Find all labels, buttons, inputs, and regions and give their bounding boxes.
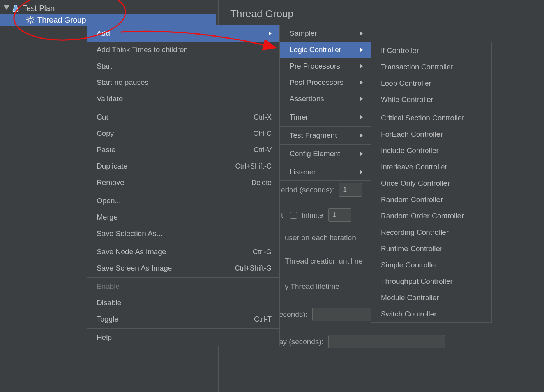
menu-item-paste[interactable]: PasteCtrl-V xyxy=(87,142,279,158)
tree-node-thread-group[interactable]: Thread Group xyxy=(0,14,216,26)
menu-item-label: Start no pauses xyxy=(97,78,148,87)
menu-item-toggle[interactable]: ToggleCtrl-T xyxy=(87,311,279,327)
logic-item-interleave-controller[interactable]: Interleave Controller xyxy=(371,159,491,175)
menu-item-remove[interactable]: RemoveDelete xyxy=(87,174,279,191)
logic-item-simple-controller[interactable]: Simple Controller xyxy=(371,257,491,273)
menu-item-help[interactable]: Help xyxy=(87,329,279,346)
menu-item-label: Test Fragment xyxy=(290,131,337,140)
menu-item-label: Pre Processors xyxy=(290,62,340,70)
chevron-right-icon xyxy=(360,115,363,120)
logic-item-loop-controller[interactable]: Loop Controller xyxy=(371,75,491,91)
add-item-test-fragment[interactable]: Test Fragment xyxy=(280,127,371,144)
logic-controller-submenu: If ControllerTransaction ControllerLoop … xyxy=(371,42,492,323)
menu-separator xyxy=(87,277,279,278)
svg-line-7 xyxy=(32,21,33,23)
menu-item-label: Toggle xyxy=(97,315,118,323)
logic-item-if-controller[interactable]: If Controller xyxy=(371,42,491,59)
menu-item-duplicate[interactable]: DuplicateCtrl+Shift-C xyxy=(87,158,279,174)
delay-thread-label-fragment: Thread creation until ne xyxy=(285,257,363,265)
logic-item-transaction-controller[interactable]: Transaction Controller xyxy=(371,59,491,75)
menu-item-add-think-times-to-children[interactable]: Add Think Times to children xyxy=(87,42,279,58)
chevron-right-icon xyxy=(360,47,363,52)
startup-delay-input[interactable] xyxy=(328,335,445,348)
logic-item-module-controller[interactable]: Module Controller xyxy=(371,290,491,306)
menu-shortcut: Ctrl-T xyxy=(254,315,272,323)
logic-item-random-controller[interactable]: Random Controller xyxy=(371,192,491,208)
menu-item-label: Cut xyxy=(97,113,108,121)
menu-item-label: Throughput Controller xyxy=(381,277,453,286)
ramp-up-label-fragment: eriod (seconds): xyxy=(281,186,334,194)
menu-item-enable: Enable xyxy=(87,278,279,295)
menu-item-add[interactable]: Add xyxy=(87,25,279,42)
add-item-post-processors[interactable]: Post Processors xyxy=(280,74,371,91)
logic-item-throughput-controller[interactable]: Throughput Controller xyxy=(371,273,491,290)
menu-item-validate[interactable]: Validate xyxy=(87,91,279,107)
page-title: Thread Group xyxy=(230,8,532,20)
menu-item-label: Assertions xyxy=(290,95,324,103)
svg-line-6 xyxy=(28,17,29,18)
menu-item-open[interactable]: Open... xyxy=(87,193,279,209)
menu-shortcut: Ctrl-X xyxy=(254,113,272,121)
logic-item-runtime-controller[interactable]: Runtime Controller xyxy=(371,241,491,257)
menu-shortcut: Ctrl-V xyxy=(254,146,272,154)
menu-separator xyxy=(87,108,279,108)
menu-item-label: ForEach Controller xyxy=(381,130,443,139)
menu-item-cut[interactable]: CutCtrl-X xyxy=(87,109,279,125)
menu-item-label: Random Order Controller xyxy=(381,212,464,220)
add-item-logic-controller[interactable]: Logic Controller xyxy=(280,42,371,58)
logic-item-once-only-controller[interactable]: Once Only Controller xyxy=(371,175,491,192)
logic-item-include-controller[interactable]: Include Controller xyxy=(371,142,491,159)
menu-item-label: Help xyxy=(97,333,112,342)
logic-item-critical-section-controller[interactable]: Critical Section Controller xyxy=(371,110,491,126)
add-item-timer[interactable]: Timer xyxy=(280,109,371,125)
logic-item-while-controller[interactable]: While Controller xyxy=(371,91,491,108)
menu-separator xyxy=(87,328,279,329)
add-item-pre-processors[interactable]: Pre Processors xyxy=(280,58,371,74)
menu-item-copy[interactable]: CopyCtrl-C xyxy=(87,125,279,142)
menu-item-start[interactable]: Start xyxy=(87,58,279,74)
logic-item-switch-controller[interactable]: Switch Controller xyxy=(371,306,491,322)
add-item-sampler[interactable]: Sampler xyxy=(280,25,371,42)
collapse-icon[interactable] xyxy=(4,5,9,11)
add-item-assertions[interactable]: Assertions xyxy=(280,91,371,107)
menu-item-label: Interleave Controller xyxy=(381,163,447,171)
menu-item-label: Module Controller xyxy=(381,294,439,302)
menu-item-save-screen-as-image[interactable]: Save Screen As ImageCtrl+Shift-G xyxy=(87,260,279,276)
menu-item-label: Critical Section Controller xyxy=(381,114,464,122)
menu-separator xyxy=(371,109,491,109)
chevron-right-icon xyxy=(360,80,363,85)
svg-point-1 xyxy=(29,18,32,21)
menu-item-save-selection-as[interactable]: Save Selection As... xyxy=(87,225,279,242)
chevron-right-icon xyxy=(360,133,363,138)
beaker-icon xyxy=(12,4,19,12)
menu-item-label: Copy xyxy=(97,129,114,138)
menu-item-label: Add Think Times to children xyxy=(97,46,188,54)
menu-item-label: Paste xyxy=(97,146,116,154)
menu-item-start-no-pauses[interactable]: Start no pauses xyxy=(87,74,279,91)
menu-shortcut: Delete xyxy=(251,179,272,187)
tree-node-test-plan[interactable]: Test Plan xyxy=(0,2,216,14)
menu-item-label: Simple Controller xyxy=(381,261,438,269)
menu-item-label: Transaction Controller xyxy=(381,63,453,71)
ramp-up-input[interactable] xyxy=(339,183,362,197)
logic-item-recording-controller[interactable]: Recording Controller xyxy=(371,224,491,241)
menu-item-label: While Controller xyxy=(381,95,433,104)
menu-item-label: Duplicate xyxy=(97,162,127,171)
menu-shortcut: Ctrl-C xyxy=(253,130,272,138)
menu-item-label: Once Only Controller xyxy=(381,179,450,188)
menu-item-label: Sampler xyxy=(290,29,317,38)
logic-item-random-order-controller[interactable]: Random Order Controller xyxy=(371,208,491,224)
loop-count-input[interactable] xyxy=(328,208,351,222)
menu-item-save-node-as-image[interactable]: Save Node As ImageCtrl-G xyxy=(87,244,279,260)
chevron-right-icon xyxy=(360,151,363,156)
add-item-config-element[interactable]: Config Element xyxy=(280,146,371,162)
menu-item-disable[interactable]: Disable xyxy=(87,295,279,311)
tree-node-label: Test Plan xyxy=(23,4,55,13)
menu-item-label: Timer xyxy=(290,113,308,121)
logic-item-foreach-controller[interactable]: ForEach Controller xyxy=(371,126,491,142)
menu-item-merge[interactable]: Merge xyxy=(87,209,279,225)
chevron-right-icon xyxy=(269,31,272,36)
infinite-checkbox[interactable] xyxy=(290,212,297,219)
svg-line-9 xyxy=(32,17,33,18)
add-item-listener[interactable]: Listener xyxy=(280,164,371,180)
